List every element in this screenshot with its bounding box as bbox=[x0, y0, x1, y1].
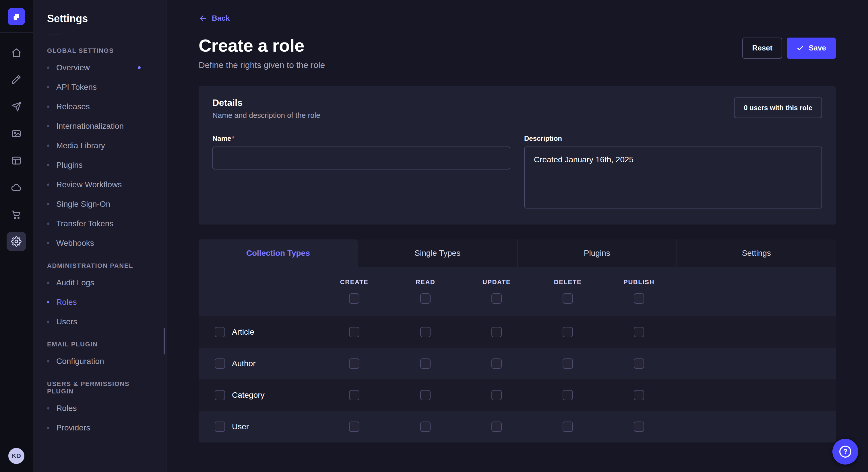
sidebar-item-overview[interactable]: Overview bbox=[33, 58, 166, 77]
permission-checkbox-create[interactable] bbox=[349, 422, 360, 432]
sidebar-item-review-workflows[interactable]: Review Workflows bbox=[33, 175, 166, 194]
sidebar-item-up-roles[interactable]: Roles bbox=[33, 399, 166, 418]
tab-collection-types[interactable]: Collection Types bbox=[198, 239, 358, 267]
tab-plugins[interactable]: Plugins bbox=[517, 239, 677, 267]
nav-settings-button[interactable] bbox=[7, 232, 26, 251]
sidebar-item-releases[interactable]: Releases bbox=[33, 97, 166, 116]
name-input[interactable] bbox=[212, 146, 510, 169]
permission-checkbox-update[interactable] bbox=[491, 422, 502, 432]
permission-checkbox-create[interactable] bbox=[349, 359, 360, 369]
cloud-icon bbox=[11, 182, 22, 193]
paper-plane-icon bbox=[11, 102, 22, 112]
column-header-read: READ bbox=[390, 278, 461, 286]
page-subtitle: Define the rights given to the role bbox=[198, 60, 325, 70]
sidebar-item-transfer-tokens[interactable]: Transfer Tokens bbox=[33, 214, 166, 233]
table-row-author: Author bbox=[198, 348, 836, 379]
bullet-icon bbox=[47, 105, 50, 108]
item-label: Single Sign-On bbox=[56, 200, 110, 209]
tab-single-types[interactable]: Single Types bbox=[358, 239, 517, 267]
permission-checkbox-read[interactable] bbox=[420, 327, 431, 337]
bullet-icon bbox=[47, 242, 50, 244]
permission-checkbox-read[interactable] bbox=[420, 390, 431, 400]
select-all-row bbox=[198, 293, 836, 304]
sidebar-scrollbar-thumb[interactable] bbox=[164, 328, 165, 355]
permission-checkbox-update[interactable] bbox=[491, 359, 502, 369]
row-select-checkbox[interactable] bbox=[215, 390, 225, 400]
permission-checkbox-delete[interactable] bbox=[563, 390, 573, 400]
sidebar-item-media-library[interactable]: Media Library bbox=[33, 136, 166, 156]
sidebar-item-users[interactable]: Users bbox=[33, 312, 166, 332]
item-label: Transfer Tokens bbox=[56, 219, 113, 228]
nav-marketplace-button[interactable] bbox=[7, 205, 26, 224]
select-all-publish-checkbox[interactable] bbox=[634, 293, 644, 304]
nav-media-button[interactable] bbox=[7, 124, 26, 143]
bullet-icon bbox=[47, 125, 50, 127]
bullet-icon bbox=[47, 407, 50, 409]
cart-icon bbox=[11, 209, 22, 220]
permission-checkbox-update[interactable] bbox=[491, 390, 502, 400]
item-label: Roles bbox=[56, 298, 77, 307]
nav-deploy-button[interactable] bbox=[7, 97, 26, 116]
section-header-administration-panel: ADMINISTRATION PANEL bbox=[33, 253, 166, 273]
select-all-delete-checkbox[interactable] bbox=[563, 293, 573, 304]
permission-checkbox-delete[interactable] bbox=[563, 359, 573, 369]
notification-dot-icon bbox=[138, 66, 141, 69]
sidebar-item-configuration[interactable]: Configuration bbox=[33, 351, 166, 371]
help-button[interactable]: ? bbox=[832, 439, 858, 465]
permission-checkbox-delete[interactable] bbox=[563, 327, 573, 337]
avatar[interactable]: KD bbox=[8, 448, 24, 464]
sidebar-item-webhooks[interactable]: Webhooks bbox=[33, 233, 166, 253]
permission-checkbox-read[interactable] bbox=[420, 422, 431, 432]
users-with-role-button[interactable]: 0 users with this role bbox=[734, 98, 822, 118]
sidebar-item-providers[interactable]: Providers bbox=[33, 418, 166, 438]
permission-checkbox-publish[interactable] bbox=[634, 359, 644, 369]
permission-checkbox-create[interactable] bbox=[349, 327, 360, 337]
permission-checkbox-create[interactable] bbox=[349, 390, 360, 400]
bullet-icon bbox=[47, 183, 50, 186]
page-header: Create a role Define the rights given to… bbox=[198, 35, 836, 70]
tab-settings[interactable]: Settings bbox=[677, 239, 836, 267]
table-row-user: User bbox=[198, 411, 836, 442]
main-content: Back Create a role Define the rights giv… bbox=[166, 0, 868, 472]
sidebar-item-internationalization[interactable]: Internationalization bbox=[33, 116, 166, 136]
section-header-global-settings: GLOBAL SETTINGS bbox=[33, 38, 166, 58]
nav-home-button[interactable] bbox=[7, 43, 26, 63]
bullet-icon bbox=[47, 164, 50, 166]
select-all-create-checkbox[interactable] bbox=[349, 293, 360, 304]
sidebar-item-plugins[interactable]: Plugins bbox=[33, 156, 166, 175]
sidebar-item-roles[interactable]: Roles bbox=[33, 293, 166, 312]
name-label: Name* bbox=[212, 134, 235, 142]
back-label: Back bbox=[212, 14, 229, 23]
bullet-icon bbox=[47, 360, 50, 363]
question-mark-icon: ? bbox=[839, 446, 851, 458]
nav-content-button[interactable] bbox=[7, 70, 26, 90]
select-all-read-checkbox[interactable] bbox=[420, 293, 431, 304]
sidebar-item-single-sign-on[interactable]: Single Sign-On bbox=[33, 194, 166, 214]
row-select-checkbox[interactable] bbox=[215, 359, 225, 369]
save-button[interactable]: Save bbox=[787, 38, 836, 59]
sidebar-item-audit-logs[interactable]: Audit Logs bbox=[33, 273, 166, 293]
sidebar-item-api-tokens[interactable]: API Tokens bbox=[33, 77, 166, 97]
section-header-users-permissions-plugin: USERS & PERMISSIONS PLUGIN bbox=[33, 371, 166, 399]
reset-button[interactable]: Reset bbox=[742, 38, 782, 59]
description-textarea[interactable]: Created January 16th, 2025 bbox=[524, 146, 822, 208]
permissions-tabs: Collection Types Single Types Plugins Se… bbox=[198, 239, 836, 267]
nav-layout-button[interactable] bbox=[7, 151, 26, 170]
nav-cloud-button[interactable] bbox=[7, 178, 26, 197]
strapi-logo[interactable] bbox=[8, 8, 25, 25]
table-row-article: Article bbox=[198, 316, 836, 348]
back-link[interactable]: Back bbox=[198, 14, 229, 23]
bullet-icon bbox=[47, 321, 50, 323]
permission-checkbox-update[interactable] bbox=[491, 327, 502, 337]
name-field-group: Name* bbox=[212, 133, 510, 211]
permission-checkbox-publish[interactable] bbox=[634, 422, 644, 432]
select-all-update-checkbox[interactable] bbox=[491, 293, 502, 304]
permission-checkbox-read[interactable] bbox=[420, 359, 431, 369]
row-select-checkbox[interactable] bbox=[215, 327, 225, 337]
permission-checkbox-delete[interactable] bbox=[563, 422, 573, 432]
permission-checkbox-publish[interactable] bbox=[634, 327, 644, 337]
row-select-checkbox[interactable] bbox=[215, 422, 225, 432]
permission-checkbox-publish[interactable] bbox=[634, 390, 644, 400]
item-label: Users bbox=[56, 317, 77, 326]
details-card-header: Details Name and description of the role… bbox=[212, 98, 822, 120]
